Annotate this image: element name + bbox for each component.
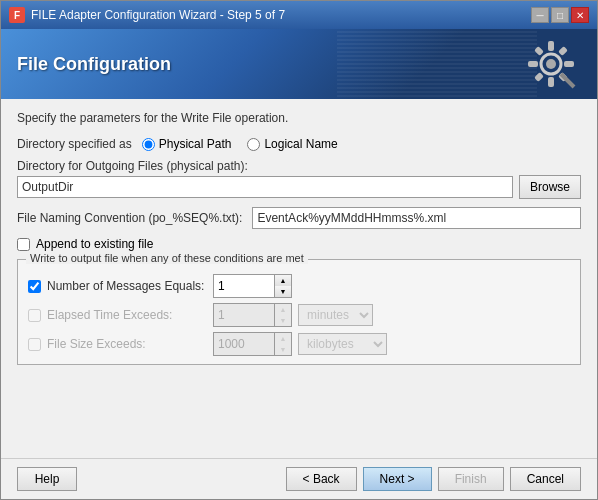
num-messages-input[interactable] (214, 275, 274, 297)
num-messages-spin-btns: ▲ ▼ (274, 275, 291, 297)
naming-convention-input[interactable] (252, 207, 581, 229)
elapsed-time-unit: minutes seconds hours (298, 304, 373, 326)
cancel-button[interactable]: Cancel (510, 467, 581, 491)
num-messages-spin-down[interactable]: ▼ (275, 286, 291, 297)
file-size-input (214, 333, 274, 355)
footer-right: < Back Next > Finish Cancel (286, 467, 581, 491)
file-size-spinner: ▲ ▼ (213, 332, 292, 356)
outgoing-dir-input-row: Browse (17, 175, 581, 199)
radio-logical[interactable] (247, 138, 260, 151)
svg-rect-2 (548, 41, 554, 51)
outgoing-dir-field: Directory for Outgoing Files (physical p… (17, 159, 581, 199)
header-icon-area (521, 34, 581, 94)
title-bar: F FILE Adapter Configuration Wizard - St… (1, 1, 597, 29)
naming-convention-row: File Naming Convention (po_%SEQ%.txt): (17, 207, 581, 229)
file-size-label: File Size Exceeds: (47, 337, 207, 351)
svg-rect-7 (558, 46, 568, 56)
browse-button[interactable]: Browse (519, 175, 581, 199)
file-size-spin-btns: ▲ ▼ (274, 333, 291, 355)
radio-physical-text: Physical Path (159, 137, 232, 151)
conditions-group: Write to output file when any of these c… (17, 259, 581, 365)
num-messages-spinner: ▲ ▼ (213, 274, 292, 298)
app-icon: F (9, 7, 25, 23)
maximize-button[interactable]: □ (551, 7, 569, 23)
finish-button[interactable]: Finish (438, 467, 504, 491)
close-button[interactable]: ✕ (571, 7, 589, 23)
append-row: Append to existing file (17, 237, 581, 251)
naming-convention-label: File Naming Convention (po_%SEQ%.txt): (17, 211, 242, 225)
description-text: Specify the parameters for the Write Fil… (17, 111, 581, 125)
window-title: FILE Adapter Configuration Wizard - Step… (31, 8, 285, 22)
radio-physical-label[interactable]: Physical Path (142, 137, 232, 151)
append-label[interactable]: Append to existing file (36, 237, 153, 251)
outgoing-dir-label: Directory for Outgoing Files (physical p… (17, 159, 581, 173)
svg-rect-4 (528, 61, 538, 67)
num-messages-spin-up[interactable]: ▲ (275, 275, 291, 286)
elapsed-time-spin-down: ▼ (275, 315, 291, 326)
header-title: File Configuration (17, 54, 171, 75)
svg-rect-8 (534, 72, 544, 82)
file-size-spin-up: ▲ (275, 333, 291, 344)
help-button[interactable]: Help (17, 467, 77, 491)
wizard-window: F FILE Adapter Configuration Wizard - St… (0, 0, 598, 500)
next-button[interactable]: Next > (363, 467, 432, 491)
elapsed-time-spin-btns: ▲ ▼ (274, 304, 291, 326)
condition-row-messages: Number of Messages Equals: ▲ ▼ (28, 274, 570, 298)
svg-point-1 (546, 59, 556, 69)
svg-rect-3 (548, 77, 554, 87)
num-messages-checkbox[interactable] (28, 280, 41, 293)
elapsed-time-label: Elapsed Time Exceeds: (47, 308, 207, 322)
radio-logical-label[interactable]: Logical Name (247, 137, 337, 151)
file-size-checkbox[interactable] (28, 338, 41, 351)
elapsed-time-spinner: ▲ ▼ (213, 303, 292, 327)
directory-type-label: Directory specified as (17, 137, 132, 151)
elapsed-time-checkbox[interactable] (28, 309, 41, 322)
svg-rect-6 (534, 46, 544, 56)
file-size-unit: kilobytes megabytes bytes (298, 333, 387, 355)
file-size-spin-down: ▼ (275, 344, 291, 355)
condition-row-elapsed: Elapsed Time Exceeds: ▲ ▼ minutes second… (28, 303, 570, 327)
append-checkbox[interactable] (17, 238, 30, 251)
outgoing-dir-input[interactable] (17, 176, 513, 198)
title-controls: ─ □ ✕ (531, 7, 589, 23)
title-bar-left: F FILE Adapter Configuration Wizard - St… (9, 7, 285, 23)
gear-icon (526, 39, 576, 89)
group-box-title: Write to output file when any of these c… (26, 252, 308, 264)
minimize-button[interactable]: ─ (531, 7, 549, 23)
header-banner: File Configuration (1, 29, 597, 99)
elapsed-time-input (214, 304, 274, 326)
directory-type-row: Directory specified as Physical Path Log… (17, 137, 581, 151)
radio-group: Physical Path Logical Name (142, 137, 338, 151)
footer: Help < Back Next > Finish Cancel (1, 458, 597, 499)
svg-rect-5 (564, 61, 574, 67)
elapsed-time-spin-up: ▲ (275, 304, 291, 315)
back-button[interactable]: < Back (286, 467, 357, 491)
num-messages-label: Number of Messages Equals: (47, 279, 207, 293)
radio-physical[interactable] (142, 138, 155, 151)
radio-logical-text: Logical Name (264, 137, 337, 151)
main-content: Specify the parameters for the Write Fil… (1, 99, 597, 458)
condition-row-filesize: File Size Exceeds: ▲ ▼ kilobytes megabyt… (28, 332, 570, 356)
footer-left: Help (17, 467, 77, 491)
